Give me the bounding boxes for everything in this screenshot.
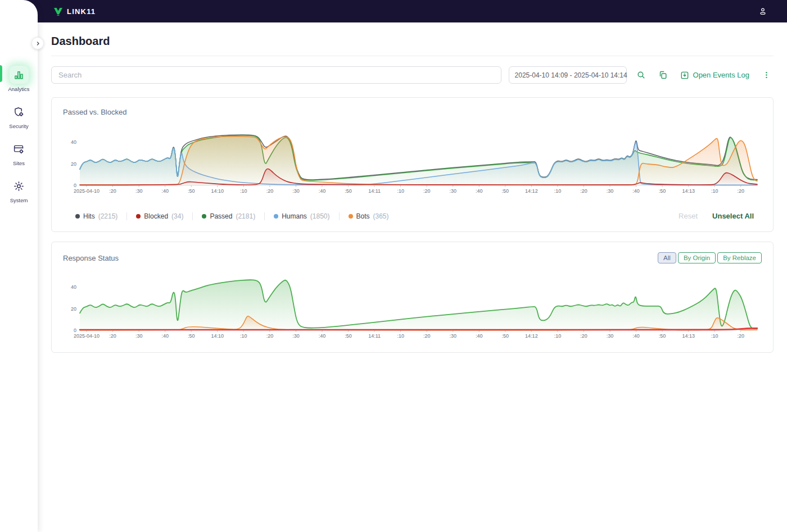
- user-account-icon[interactable]: [756, 4, 770, 19]
- chart-legend: Hits (2215) Blocked (34) Passed (2181) H…: [63, 208, 762, 224]
- svg-text:14:11: 14:11: [368, 333, 381, 339]
- date-range-picker[interactable]: 2025-04-10 14:09 - 2025-04-10 14:14: [509, 66, 627, 84]
- svg-text::20: :20: [109, 188, 116, 194]
- search-button[interactable]: [634, 68, 649, 83]
- copy-button[interactable]: [656, 68, 671, 83]
- svg-text::30: :30: [449, 188, 456, 194]
- sidebar-item-label: Analytics: [8, 86, 29, 92]
- sidebar-item-system[interactable]: System: [0, 172, 38, 209]
- svg-text:14:13: 14:13: [682, 188, 695, 194]
- search-icon: [636, 70, 646, 80]
- svg-text:2025-04-10: 2025-04-10: [74, 188, 99, 194]
- sidebar-item-sites[interactable]: Sites: [0, 135, 38, 172]
- date-range-value: 2025-04-10 14:09 - 2025-04-10 14:14: [515, 71, 627, 79]
- divider: [339, 212, 340, 220]
- svg-text::50: :50: [345, 188, 352, 194]
- filter-by-reblaze-button[interactable]: By Reblaze: [717, 252, 762, 263]
- legend-label: Bots: [356, 212, 370, 220]
- svg-text::20: :20: [266, 188, 274, 194]
- legend-item-passed[interactable]: Passed (2181): [202, 212, 255, 220]
- svg-text::40: :40: [476, 333, 483, 339]
- open-events-log-button[interactable]: Open Events Log: [678, 70, 752, 81]
- legend-count: (2215): [98, 212, 118, 220]
- svg-text::50: :50: [188, 188, 195, 194]
- svg-text::20: :20: [109, 333, 116, 339]
- site-gear-icon: [10, 140, 29, 158]
- svg-text:14:11: 14:11: [368, 188, 381, 194]
- legend-item-bots[interactable]: Bots (365): [349, 212, 389, 220]
- filter-all-button[interactable]: All: [658, 252, 676, 263]
- svg-text::50: :50: [188, 333, 195, 339]
- shield-gear-icon: [10, 103, 29, 121]
- legend-label: Humans: [282, 212, 307, 220]
- legend-dot: [202, 214, 206, 219]
- response-status-filter: All By Origin By Reblaze: [658, 252, 762, 263]
- svg-text:14:13: 14:13: [682, 333, 695, 339]
- panel-title: Response Status: [63, 254, 119, 262]
- legend-item-humans[interactable]: Humans (1850): [274, 212, 329, 220]
- sidebar-item-security[interactable]: Security: [0, 98, 38, 135]
- legend-label: Blocked: [144, 212, 168, 220]
- svg-text:2025-04-10: 2025-04-10: [74, 333, 99, 339]
- sidebar-item-label: System: [10, 197, 28, 203]
- response-status-chart: 2025-04-10:20:30:40:5014:10:10:20:30:40:…: [63, 276, 762, 341]
- divider: [126, 212, 127, 220]
- svg-text:14:12: 14:12: [525, 333, 538, 339]
- svg-text::20: :20: [738, 333, 745, 339]
- svg-text::40: :40: [319, 188, 326, 194]
- svg-text::40: :40: [476, 188, 483, 194]
- svg-text::30: :30: [135, 333, 143, 339]
- passed-vs-blocked-chart: 2025-04-10:20:30:40:5014:10:10:20:30:40:…: [63, 131, 762, 196]
- svg-text::50: :50: [345, 333, 352, 339]
- sidebar-collapse-button[interactable]: [31, 37, 44, 49]
- link11-logo-icon: [53, 7, 63, 16]
- svg-text::20: :20: [738, 188, 745, 194]
- divider: [264, 212, 265, 220]
- passed-vs-blocked-panel: Passed vs. Blocked 2025-04-10:20:30:40:5…: [51, 97, 774, 232]
- legend-item-hits[interactable]: Hits (2215): [75, 212, 117, 220]
- search-input[interactable]: [51, 66, 501, 84]
- legend-count: (2181): [236, 212, 255, 220]
- brand-logo: LINK11: [53, 7, 96, 16]
- svg-text::30: :30: [607, 333, 614, 339]
- svg-text::30: :30: [135, 188, 143, 194]
- sidebar-item-label: Sites: [13, 160, 25, 166]
- svg-text::50: :50: [659, 188, 666, 194]
- area-chart: 2025-04-10:20:30:40:5014:10:10:20:30:40:…: [63, 131, 762, 196]
- svg-text::50: :50: [502, 188, 509, 194]
- legend-dot: [75, 214, 80, 219]
- legend-label: Passed: [210, 212, 232, 220]
- svg-text:0: 0: [74, 183, 76, 188]
- svg-text::20: :20: [580, 188, 587, 194]
- svg-text::20: :20: [266, 333, 274, 339]
- reset-button[interactable]: Reset: [679, 212, 698, 220]
- divider: [192, 212, 193, 220]
- response-status-panel: Response Status All By Origin By Reblaze…: [51, 242, 774, 353]
- svg-text::10: :10: [397, 333, 404, 339]
- svg-text:40: 40: [71, 139, 76, 145]
- events-log-icon: [680, 71, 689, 80]
- legend-label: Hits: [83, 212, 95, 220]
- svg-text::10: :10: [554, 333, 562, 339]
- divider: [51, 56, 774, 56]
- open-events-log-label: Open Events Log: [693, 71, 749, 79]
- svg-text:0: 0: [74, 328, 76, 333]
- svg-text::40: :40: [632, 333, 640, 339]
- area-chart: 2025-04-10:20:30:40:5014:10:10:20:30:40:…: [63, 276, 762, 341]
- sidebar-item-label: Security: [9, 123, 28, 129]
- filter-by-origin-button[interactable]: By Origin: [678, 252, 716, 263]
- svg-text::50: :50: [659, 333, 666, 339]
- kebab-menu-icon: [762, 71, 771, 79]
- svg-text::10: :10: [240, 333, 247, 339]
- svg-text::30: :30: [449, 333, 456, 339]
- svg-text:40: 40: [71, 284, 76, 290]
- unselect-all-button[interactable]: Unselect All: [712, 212, 754, 220]
- svg-text:20: 20: [71, 161, 76, 167]
- sidebar-item-analytics[interactable]: Analytics: [0, 61, 38, 98]
- svg-text::10: :10: [240, 188, 247, 194]
- more-options-button[interactable]: [759, 68, 774, 83]
- legend-dot: [136, 214, 141, 219]
- svg-text:14:10: 14:10: [211, 188, 224, 194]
- svg-text::10: :10: [711, 188, 718, 194]
- legend-item-blocked[interactable]: Blocked (34): [136, 212, 183, 220]
